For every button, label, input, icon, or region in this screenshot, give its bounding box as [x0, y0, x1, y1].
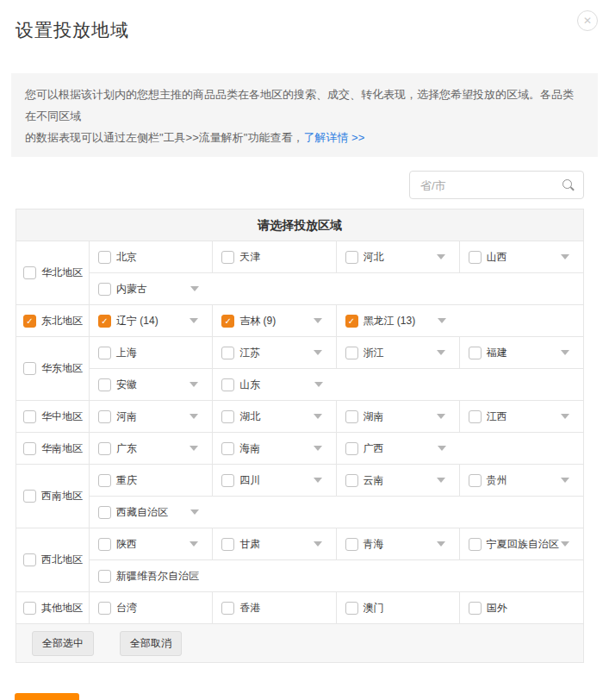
- province-label: 江西: [487, 409, 507, 424]
- province-checkbox[interactable]: [98, 570, 111, 583]
- chevron-down-icon[interactable]: [314, 541, 322, 547]
- province-checkbox[interactable]: [98, 251, 111, 264]
- province-checkbox[interactable]: ✓: [345, 315, 358, 328]
- province-label: 上海: [116, 346, 137, 360]
- chevron-down-icon[interactable]: [437, 414, 445, 419]
- chevron-down-icon[interactable]: [561, 254, 569, 259]
- province-checkbox[interactable]: [221, 251, 234, 264]
- notice-line2: 的数据表现可以通过左侧栏"工具>>流量解析"功能查看，: [25, 131, 303, 144]
- province-checkbox[interactable]: [98, 378, 111, 391]
- province-lines: 河南湖北湖南江西: [90, 401, 583, 432]
- province-checkbox[interactable]: [469, 602, 482, 615]
- province-checkbox[interactable]: [98, 602, 111, 615]
- province-line: 广东海南广西: [90, 433, 583, 464]
- chevron-down-icon[interactable]: [314, 478, 322, 483]
- province-checkbox[interactable]: [469, 410, 482, 423]
- province-checkbox[interactable]: [98, 506, 111, 519]
- chevron-down-icon[interactable]: [314, 414, 322, 419]
- province-label: 山东: [239, 378, 260, 392]
- chevron-down-icon[interactable]: [314, 446, 322, 451]
- province-checkbox[interactable]: [221, 410, 234, 423]
- province-cell: 山西: [460, 241, 583, 272]
- province-checkbox[interactable]: ✓: [98, 315, 111, 328]
- learn-more-link[interactable]: 了解详情 >>: [303, 131, 364, 144]
- table-footer: 全部选中 全部取消: [16, 624, 583, 662]
- region-checkbox[interactable]: [23, 490, 36, 503]
- province-checkbox[interactable]: [345, 538, 358, 551]
- chevron-down-icon[interactable]: [437, 478, 445, 483]
- chevron-down-icon[interactable]: [561, 478, 569, 483]
- chevron-down-icon[interactable]: [190, 573, 199, 578]
- search-icon[interactable]: [562, 179, 572, 189]
- province-checkbox[interactable]: [221, 538, 234, 551]
- province-checkbox[interactable]: [469, 474, 482, 487]
- province-checkbox[interactable]: [345, 442, 358, 455]
- province-label: 福建: [487, 346, 507, 360]
- province-cell: 贵州: [460, 465, 583, 496]
- province-line: 新疆维吾尔自治区: [90, 559, 583, 591]
- search-input[interactable]: [419, 172, 560, 200]
- region-checkbox[interactable]: ✓: [23, 315, 36, 328]
- chevron-down-icon[interactable]: [190, 318, 198, 323]
- chevron-down-icon[interactable]: [190, 509, 199, 515]
- province-checkbox[interactable]: [469, 347, 482, 359]
- region-checkbox[interactable]: [23, 442, 36, 455]
- chevron-down-icon[interactable]: [437, 541, 445, 547]
- chevron-down-icon[interactable]: [438, 318, 446, 323]
- province-checkbox[interactable]: [98, 283, 111, 296]
- region-checkbox[interactable]: [23, 362, 36, 375]
- province-checkbox[interactable]: [98, 442, 111, 455]
- province-checkbox[interactable]: [469, 251, 482, 264]
- province-checkbox[interactable]: [221, 347, 234, 359]
- province-label: 辽宁 (14): [116, 314, 158, 328]
- province-checkbox[interactable]: ✓: [221, 315, 234, 328]
- province-checkbox[interactable]: [98, 538, 111, 551]
- province-checkbox[interactable]: [98, 347, 111, 359]
- chevron-down-icon[interactable]: [437, 350, 445, 355]
- province-checkbox[interactable]: [98, 410, 111, 423]
- chevron-down-icon[interactable]: [561, 350, 569, 355]
- chevron-down-icon[interactable]: [190, 382, 198, 387]
- province-cell: 重庆: [90, 465, 213, 496]
- chevron-down-icon[interactable]: [190, 541, 198, 547]
- province-checkbox[interactable]: [469, 538, 482, 551]
- province-checkbox[interactable]: [221, 474, 234, 487]
- region-checkbox[interactable]: [23, 266, 36, 279]
- province-checkbox[interactable]: [345, 410, 358, 423]
- chevron-down-icon[interactable]: [190, 286, 199, 291]
- close-icon[interactable]: ✕: [577, 10, 598, 31]
- province-checkbox[interactable]: [221, 378, 234, 391]
- chevron-down-icon[interactable]: [314, 382, 323, 387]
- province-cell: 福建: [460, 337, 583, 368]
- deselect-all-button[interactable]: 全部取消: [120, 631, 182, 656]
- province-cell: 河北: [337, 241, 460, 272]
- search-box[interactable]: [409, 171, 584, 199]
- region-checkbox[interactable]: [23, 410, 36, 423]
- province-checkbox[interactable]: [345, 251, 358, 264]
- region-checkbox[interactable]: [23, 602, 36, 615]
- chevron-down-icon[interactable]: [190, 414, 198, 419]
- province-checkbox[interactable]: [345, 602, 358, 615]
- province-label: 台湾: [116, 601, 137, 616]
- province-label: 香港: [239, 601, 260, 616]
- chevron-down-icon[interactable]: [314, 318, 322, 323]
- province-checkbox[interactable]: [345, 347, 358, 359]
- province-cell: 香港: [213, 592, 336, 623]
- chevron-down-icon[interactable]: [561, 541, 569, 547]
- province-checkbox[interactable]: [221, 442, 234, 455]
- region-checkbox[interactable]: [23, 553, 36, 566]
- chevron-down-icon[interactable]: [314, 350, 322, 355]
- chevron-down-icon[interactable]: [437, 254, 445, 259]
- province-checkbox[interactable]: [345, 474, 358, 487]
- chevron-down-icon[interactable]: [438, 446, 446, 451]
- province-cell: 宁夏回族自治区: [460, 528, 583, 559]
- chevron-down-icon[interactable]: [190, 446, 198, 451]
- region-row: 华北地区北京天津河北山西内蒙古: [16, 241, 583, 305]
- province-checkbox[interactable]: [98, 474, 111, 487]
- region-label: 西南地区: [41, 489, 83, 503]
- province-lines: 台湾香港澳门国外: [90, 592, 583, 623]
- save-settings-button[interactable]: 保存设置: [15, 693, 79, 700]
- select-all-button[interactable]: 全部选中: [32, 631, 94, 656]
- chevron-down-icon[interactable]: [561, 414, 569, 419]
- province-checkbox[interactable]: [221, 602, 234, 615]
